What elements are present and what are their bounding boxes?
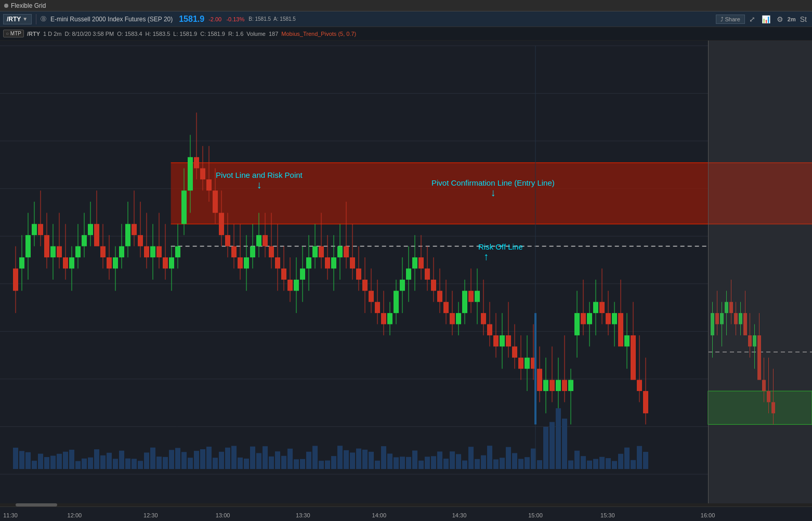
window-icon bbox=[4, 4, 8, 8]
chart-low: L: 1581.9 bbox=[173, 31, 197, 37]
time-label: 13:30 bbox=[296, 512, 310, 518]
share-icon: ⤴ bbox=[721, 16, 724, 22]
after-hours-panel bbox=[708, 41, 812, 503]
volume-label: Volume bbox=[246, 31, 266, 37]
chart-range: R: 1.6 bbox=[228, 31, 243, 37]
bid-ask: B: 1581.5 A: 1581.5 bbox=[248, 16, 296, 22]
dropdown-icon: ▼ bbox=[22, 16, 28, 22]
chart-open: O: 1583.4 bbox=[117, 31, 142, 37]
share-button[interactable]: ⤴ Share bbox=[716, 15, 745, 24]
time-label: 15:30 bbox=[600, 512, 615, 518]
price-change: -2.00 -0.13% bbox=[208, 16, 244, 22]
indicator-button[interactable]: 📊 bbox=[759, 14, 772, 24]
chart-symbol: /RTY bbox=[27, 31, 40, 37]
volume-value: 187 bbox=[269, 31, 278, 37]
current-price: 1581.9 bbox=[179, 15, 204, 24]
instrument-name: E-mini Russell 2000 Index Futures (SEP 2… bbox=[50, 16, 173, 23]
exchange-icon: Ⓑ bbox=[41, 15, 46, 23]
symbol-label: /RTY bbox=[7, 16, 21, 23]
time-label: 14:00 bbox=[372, 512, 387, 518]
expand-button[interactable]: ⤢ bbox=[747, 14, 757, 24]
divider-1 bbox=[36, 14, 36, 24]
time-label: 14:30 bbox=[452, 512, 467, 518]
time-label: 12:00 bbox=[68, 512, 82, 518]
toolbar: /RTY ▼ Ⓑ E-mini Russell 2000 Index Futur… bbox=[0, 11, 812, 27]
time-label: 15:00 bbox=[528, 512, 543, 518]
chart-date: D: 8/10/20 3:58 PM bbox=[64, 31, 114, 37]
time-axis: 11:3012:0012:3013:0013:3014:0014:3015:00… bbox=[0, 506, 812, 521]
chart-timeframe: 1 D 2m bbox=[43, 31, 61, 37]
scroll-bar[interactable] bbox=[0, 503, 812, 506]
time-label: 13:00 bbox=[216, 512, 230, 518]
more-button[interactable]: St bbox=[798, 14, 809, 24]
time-label: 11:30 bbox=[3, 512, 18, 518]
timeframe-label[interactable]: 2m bbox=[788, 16, 796, 22]
time-label: 16:00 bbox=[701, 512, 715, 518]
mtp-indicator-badge: ○ MTP bbox=[3, 30, 24, 37]
symbol-selector[interactable]: /RTY ▼ bbox=[3, 14, 32, 24]
chart-close: C: 1581.9 bbox=[200, 31, 225, 37]
scroll-thumb[interactable] bbox=[16, 503, 57, 506]
title-bar: Flexible Grid bbox=[0, 0, 812, 11]
chart-high: H: 1583.5 bbox=[146, 31, 171, 37]
chart-area: Pivot Line and Risk Point ↓ Pivot Confir… bbox=[0, 41, 812, 521]
chart-info-bar: ○ MTP /RTY 1 D 2m D: 8/10/20 3:58 PM O: … bbox=[0, 27, 812, 41]
app-name: Flexible Grid bbox=[11, 2, 46, 9]
chart-canvas bbox=[0, 41, 812, 521]
indicator-name: Mobius_Trend_Pivots (5, 0.7) bbox=[281, 31, 356, 37]
time-label: 12:30 bbox=[143, 512, 158, 518]
settings-button[interactable]: ⚙ bbox=[775, 14, 785, 24]
